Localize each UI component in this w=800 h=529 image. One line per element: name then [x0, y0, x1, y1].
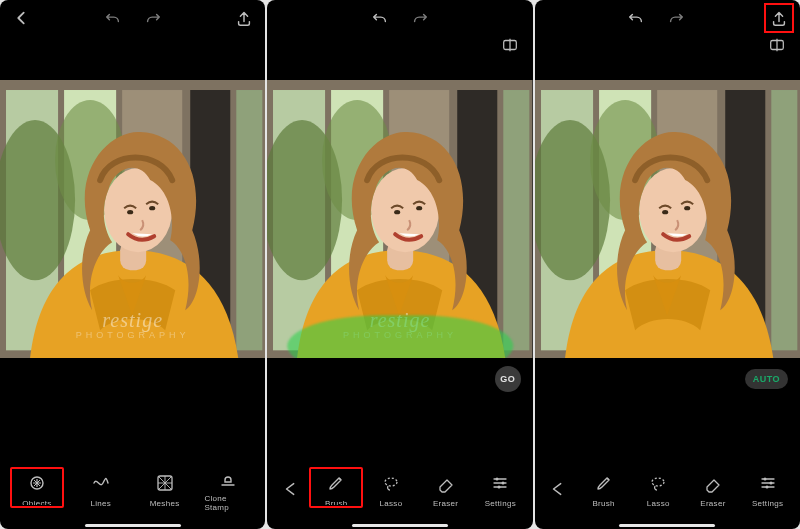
- bottom-toolbar: Objects Lines Meshes Clone Stamp: [0, 453, 265, 529]
- tool-label: Eraser: [700, 499, 725, 508]
- tool-label: Brush: [325, 499, 347, 508]
- tool-label: Objects: [22, 499, 51, 508]
- redo-button[interactable]: [142, 7, 164, 29]
- lasso-icon: [646, 471, 670, 495]
- eraser-icon: [701, 471, 725, 495]
- tool-settings[interactable]: Settings: [476, 471, 524, 508]
- tool-label: Settings: [752, 499, 783, 508]
- meshes-icon: [153, 471, 177, 495]
- sliders-icon: [488, 471, 512, 495]
- canvas[interactable]: [535, 80, 800, 358]
- redo-button[interactable]: [409, 7, 431, 29]
- sliders-icon: [756, 471, 780, 495]
- lines-icon: [89, 471, 113, 495]
- panel-step1: restige PHOTOGRAPHY Objects Lines Meshes…: [0, 0, 265, 529]
- panel-step2: restige PHOTOGRAPHY GO Brush Lasso Era: [267, 0, 532, 529]
- tool-meshes[interactable]: Meshes: [141, 471, 189, 508]
- tool-label: Eraser: [433, 499, 458, 508]
- compare-bar: [267, 36, 532, 58]
- auto-button[interactable]: AUTO: [745, 369, 788, 389]
- compare-button[interactable]: [501, 36, 519, 54]
- tool-label: Clone Stamp: [204, 494, 252, 512]
- tool-brush[interactable]: Brush: [580, 471, 628, 508]
- tool-label: Lines: [90, 499, 111, 508]
- tool-label: Lasso: [380, 499, 403, 508]
- top-bar: [267, 0, 532, 36]
- tool-label: Brush: [592, 499, 614, 508]
- lasso-icon: [379, 471, 403, 495]
- back-button[interactable]: [10, 7, 32, 29]
- top-bar: [535, 0, 800, 36]
- undo-button[interactable]: [369, 7, 391, 29]
- undo-button[interactable]: [625, 7, 647, 29]
- tool-objects[interactable]: Objects: [13, 471, 61, 508]
- tool-clone-stamp[interactable]: Clone Stamp: [204, 466, 252, 512]
- upload-button[interactable]: [768, 7, 790, 29]
- tool-lasso[interactable]: Lasso: [367, 471, 415, 508]
- compare-bar: [535, 36, 800, 58]
- action-row: GO: [267, 358, 532, 394]
- tool-lasso[interactable]: Lasso: [634, 471, 682, 508]
- tool-settings[interactable]: Settings: [744, 471, 792, 508]
- toolbar-back-button[interactable]: [276, 480, 306, 498]
- stamp-icon: [216, 466, 240, 490]
- canvas[interactable]: restige PHOTOGRAPHY: [0, 80, 265, 358]
- tool-label: Meshes: [150, 499, 180, 508]
- home-indicator: [85, 524, 181, 527]
- panel-step3: AUTO Brush Lasso Eraser Settings: [535, 0, 800, 529]
- eraser-icon: [434, 471, 458, 495]
- tool-eraser[interactable]: Eraser: [689, 471, 737, 508]
- brush-icon: [592, 471, 616, 495]
- bottom-toolbar: Brush Lasso Eraser Settings: [267, 453, 532, 529]
- go-button[interactable]: GO: [495, 366, 521, 392]
- canvas[interactable]: restige PHOTOGRAPHY: [267, 80, 532, 358]
- tutorial-triptych: restige PHOTOGRAPHY Objects Lines Meshes…: [0, 0, 800, 529]
- action-row: AUTO: [535, 358, 800, 394]
- tool-lines[interactable]: Lines: [77, 471, 125, 508]
- compare-button[interactable]: [768, 36, 786, 54]
- tool-brush[interactable]: Brush: [312, 471, 360, 508]
- toolbar-back-button[interactable]: [543, 480, 573, 498]
- home-indicator: [619, 524, 715, 527]
- tool-label: Lasso: [647, 499, 670, 508]
- redo-button[interactable]: [665, 7, 687, 29]
- top-bar: [0, 0, 265, 36]
- tool-eraser[interactable]: Eraser: [422, 471, 470, 508]
- sparkle-icon: [25, 471, 49, 495]
- home-indicator: [352, 524, 448, 527]
- brush-icon: [324, 471, 348, 495]
- tool-label: Settings: [485, 499, 516, 508]
- upload-button[interactable]: [233, 7, 255, 29]
- undo-button[interactable]: [102, 7, 124, 29]
- bottom-toolbar: Brush Lasso Eraser Settings: [535, 453, 800, 529]
